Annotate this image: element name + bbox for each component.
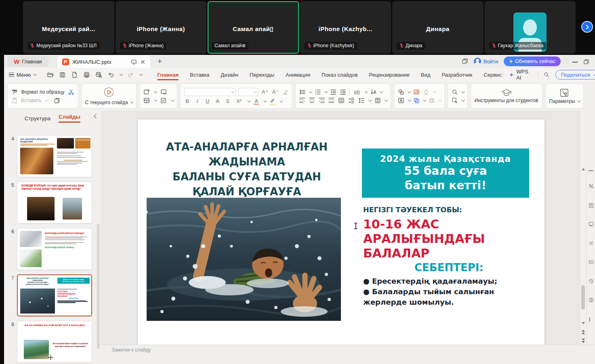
previous-slide-button[interactable] (582, 330, 585, 334)
participant-tile-samal-active-speaker[interactable]: Самал апай▯ Самал апай⊛ (208, 1, 299, 54)
transition-pane-icon[interactable] (588, 259, 594, 265)
undo-dropdown-chevron[interactable] (120, 72, 123, 75)
distribute-text-icon[interactable] (338, 97, 345, 104)
print-icon[interactable] (83, 71, 90, 78)
wps-home-tab[interactable]: W Главная (7, 56, 48, 67)
arrange-chevron[interactable] (423, 98, 426, 101)
sidebar-scrollbar[interactable] (97, 224, 100, 349)
close-tab-icon[interactable] (140, 59, 145, 65)
current-slide[interactable]: АТА-АНАЛАРҒА АРНАЛҒАН ЖАДЫНАМА БАЛАНЫ СУ… (138, 119, 545, 349)
paste-chevron[interactable] (45, 98, 48, 101)
restore-window-button[interactable] (583, 59, 589, 65)
format-painter-button[interactable]: Формат по образцу (21, 89, 65, 95)
animation-pane-icon[interactable] (588, 240, 594, 246)
arrange-icon[interactable] (413, 97, 420, 104)
scroll-down-arrow[interactable] (582, 322, 585, 324)
search-icon[interactable] (544, 71, 549, 78)
superscript-button[interactable]: X² (235, 98, 244, 104)
font-size-select[interactable] (238, 88, 259, 96)
paste-button[interactable]: Вставить (21, 98, 42, 103)
present-on-screen-icon[interactable] (131, 59, 137, 65)
grow-font-button[interactable]: A⁺ (261, 89, 269, 95)
find-chevron[interactable] (461, 90, 465, 93)
clear-format-icon[interactable] (282, 89, 288, 95)
copy-icon[interactable] (54, 97, 60, 104)
tab-slides[interactable]: Слайды (59, 114, 80, 123)
new-tab-button[interactable]: + (158, 57, 162, 66)
risk-group-text[interactable]: 10-16 ЖАС АРАЛЫҒЫНДАҒЫ БАЛАЛАР (363, 217, 485, 261)
text-shadow-button[interactable]: S (225, 98, 231, 104)
frame-icon[interactable] (429, 97, 435, 104)
reasons-bullets[interactable]: ● Ересектердің қадағаламауы; ● Балаларды… (363, 276, 533, 308)
canvas-scrollbar[interactable] (580, 166, 586, 345)
slide-thumbnail-6[interactable]: БАЛАЛАРДЫ ҚАЛАЙ ҚОРҒАУҒА БОЛАДЫ? БАЛАЛАР… (17, 228, 92, 270)
fill-color-icon[interactable] (423, 89, 429, 95)
tab-slideshow[interactable]: Показ слайдов (321, 69, 359, 81)
risk-group-heading[interactable]: НЕГІЗГІ ТӘУЕКЕЛ ТОБЫ: (363, 206, 462, 214)
insert-picture-icon[interactable] (413, 89, 420, 95)
fill-chevron[interactable] (433, 90, 436, 93)
tab-list-icon[interactable] (462, 58, 468, 65)
slide-thumbnail-5[interactable]: ЕСІҢІЗДЕ БОЛСЫН: сіз теріс қарап кетсеңі… (17, 182, 92, 224)
wps-ai-button[interactable]: WPS AI (509, 69, 532, 81)
next-participants-button[interactable] (581, 21, 593, 33)
collapse-rail-icon[interactable] (589, 170, 593, 171)
align-center-icon[interactable] (309, 98, 315, 103)
text-direction-icon[interactable] (370, 89, 376, 95)
align-right-icon[interactable] (319, 98, 325, 103)
drowning-child-image[interactable] (147, 198, 341, 321)
bullets-chevron[interactable] (309, 90, 312, 93)
participant-tile-medeusky[interactable]: Медеуский рай... Медеуский район №33 ШЛ (23, 1, 114, 54)
upload-icon[interactable] (588, 202, 594, 208)
row-spacing-icon[interactable] (348, 97, 355, 104)
slide-thumbnail-8[interactable]: БАЛАЛАРДЫ ҚАЛАЙ ҚОРҒАУҒА БОЛАДЫ? Балалар… (17, 321, 92, 363)
shapes-chevron[interactable] (408, 90, 411, 93)
login-button[interactable]: Войти (474, 58, 498, 65)
participant-tile-zhanna[interactable]: iPhone (Жанна) iPhone (Жанна) (116, 1, 207, 54)
line-spacing-chevron[interactable] (368, 98, 372, 101)
frame-chevron[interactable] (438, 98, 442, 101)
help-icon[interactable] (588, 297, 594, 303)
justify-icon[interactable] (328, 98, 334, 103)
notes-bar[interactable]: Заметки к слайду (101, 345, 595, 354)
format-pane-icon[interactable] (588, 183, 594, 189)
cut-icon[interactable] (68, 89, 74, 95)
font-color-chevron[interactable] (263, 99, 267, 102)
participant-tile-dinara[interactable]: Динара Динара (392, 1, 484, 54)
increase-indent-icon[interactable] (340, 89, 346, 95)
tab-outline[interactable]: Структура (25, 115, 50, 121)
highlight-button[interactable] (269, 98, 276, 105)
slide-layout-icon[interactable] (143, 97, 150, 104)
open-file-icon[interactable] (47, 71, 54, 78)
participant-tile-gaukhar[interactable]: Гаухар Жанысбаева (485, 1, 576, 54)
numbered-list-icon[interactable] (315, 89, 321, 95)
output-pdf-icon[interactable] (71, 71, 78, 78)
bullet-list-icon[interactable] (299, 89, 306, 95)
superscript-chevron[interactable] (247, 99, 250, 102)
shapes-icon[interactable] (398, 89, 404, 95)
align-left-icon[interactable] (299, 98, 305, 103)
chevron-down-icon[interactable] (130, 100, 133, 103)
document-tab[interactable]: P ЖИНАЛЫС.pptx (57, 56, 150, 68)
tab-tools[interactable]: Сервис (483, 69, 502, 81)
scroll-up-arrow[interactable] (582, 168, 585, 170)
minimize-button[interactable] (572, 62, 578, 63)
tab-developer[interactable]: Разработчик (441, 69, 473, 81)
find-icon[interactable] (452, 89, 458, 95)
font-color-button[interactable]: A (253, 98, 260, 104)
options-group[interactable]: Параметры (545, 84, 584, 109)
italic-button[interactable]: I (194, 98, 201, 105)
update-now-button[interactable]: Обновить сейчас (504, 56, 561, 66)
align-objects-icon[interactable] (374, 97, 381, 104)
quickbar-more-chevron[interactable] (139, 72, 143, 75)
decrease-indent-icon[interactable] (330, 89, 336, 95)
underline-button[interactable]: U (204, 98, 211, 104)
new-slide-chevron[interactable] (154, 90, 157, 93)
participant-tile-kazhybek[interactable]: iPhone (Kazhyb... iPhone (Kazhybek) (300, 1, 391, 54)
tab-review[interactable]: Рецензирование (368, 69, 410, 81)
strikethrough-button[interactable]: A (214, 98, 221, 104)
slide-thumbnail-4[interactable]: АТА-АНАЛАРҒА АРНАЛҒАН ЖАДЫНАМА 2 жастан … (17, 135, 92, 177)
scrollbar-thumb[interactable] (581, 285, 585, 310)
highlight-chevron[interactable] (280, 99, 283, 102)
char-spacing-chevron[interactable] (364, 90, 368, 93)
